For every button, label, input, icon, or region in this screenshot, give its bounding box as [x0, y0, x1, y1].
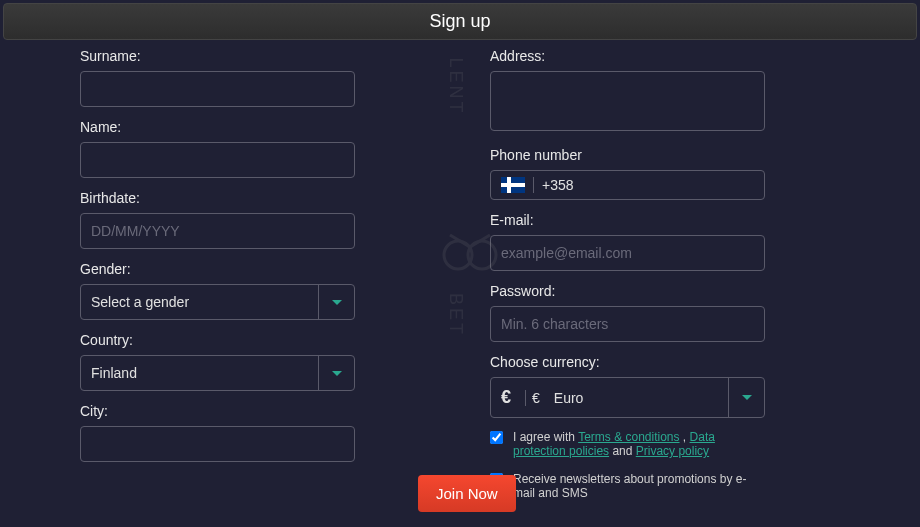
password-label: Password:	[490, 283, 765, 299]
chevron-down-icon	[742, 395, 752, 400]
agree-checkbox[interactable]	[490, 431, 503, 444]
phone-prefix: +358	[533, 177, 574, 193]
country-selected-value: Finland	[81, 356, 318, 390]
city-label: City:	[80, 403, 355, 419]
chevron-down-icon	[332, 371, 342, 376]
name-input[interactable]	[80, 142, 355, 178]
email-input[interactable]	[490, 235, 765, 271]
privacy-link[interactable]: Privacy policy	[636, 444, 709, 458]
currency-code: €	[525, 390, 546, 406]
phone-label: Phone number	[490, 147, 765, 163]
country-select[interactable]: Finland	[80, 355, 355, 391]
email-label: E-mail:	[490, 212, 765, 228]
password-input[interactable]	[490, 306, 765, 342]
birthdate-input[interactable]	[80, 213, 355, 249]
phone-input-group[interactable]: +358	[490, 170, 765, 200]
finland-flag-icon	[501, 177, 525, 193]
chevron-down-icon	[332, 300, 342, 305]
currency-select[interactable]: € € Euro	[490, 377, 765, 418]
address-label: Address:	[490, 48, 765, 64]
gender-selected-value: Select a gender	[81, 285, 318, 319]
newsletter-text: Receive newsletters about promotions by …	[513, 472, 765, 500]
city-input[interactable]	[80, 426, 355, 462]
name-label: Name:	[80, 119, 355, 135]
agree-text: I agree with Terms & conditions , Data p…	[513, 430, 765, 458]
surname-label: Surname:	[80, 48, 355, 64]
currency-name: Euro	[554, 390, 584, 406]
currency-symbol: €	[501, 387, 517, 408]
page-title-bar: Sign up	[3, 3, 917, 40]
country-label: Country:	[80, 332, 355, 348]
page-title: Sign up	[429, 11, 490, 31]
surname-input[interactable]	[80, 71, 355, 107]
currency-dropdown-button[interactable]	[728, 378, 764, 417]
address-input[interactable]	[490, 71, 765, 131]
terms-link[interactable]: Terms & conditions	[578, 430, 679, 444]
join-now-button[interactable]: Join Now	[418, 475, 516, 512]
birthdate-label: Birthdate:	[80, 190, 355, 206]
country-dropdown-button[interactable]	[318, 356, 354, 390]
currency-label: Choose currency:	[490, 354, 765, 370]
gender-label: Gender:	[80, 261, 355, 277]
gender-dropdown-button[interactable]	[318, 285, 354, 319]
gender-select[interactable]: Select a gender	[80, 284, 355, 320]
